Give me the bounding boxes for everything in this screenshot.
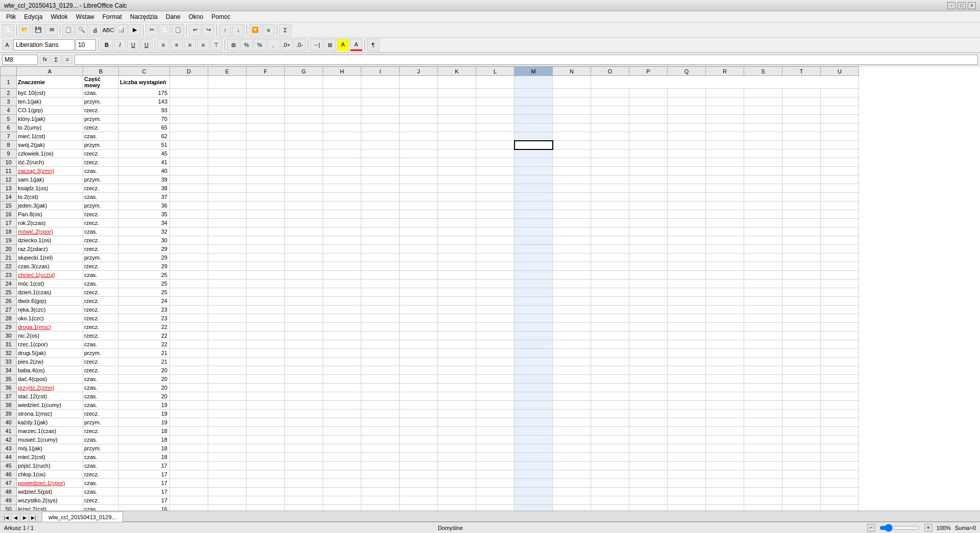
cell-e18[interactable] xyxy=(208,227,247,236)
cell-u45[interactable] xyxy=(821,462,859,470)
cell-c30[interactable]: 22 xyxy=(119,332,170,340)
cell-o20[interactable] xyxy=(591,245,629,253)
cell-t6[interactable] xyxy=(782,123,821,132)
cell-a10[interactable]: iść.2(ruch) xyxy=(17,158,83,167)
col-header-j[interactable]: J xyxy=(400,67,438,76)
cell-i20[interactable] xyxy=(361,245,400,253)
align-left-btn[interactable]: ≡ xyxy=(157,39,169,51)
cell-e20[interactable] xyxy=(208,245,247,253)
cell-t21[interactable] xyxy=(782,253,821,262)
cell-n19[interactable] xyxy=(553,236,591,245)
cell-o8[interactable] xyxy=(591,141,629,149)
cell-p13[interactable] xyxy=(629,184,668,193)
cell-k46[interactable] xyxy=(438,470,476,479)
cell-t2[interactable] xyxy=(782,89,821,97)
cell-j1[interactable] xyxy=(400,76,438,89)
cell-j34[interactable] xyxy=(400,366,438,375)
cell-j37[interactable] xyxy=(400,392,438,401)
cell-d15[interactable] xyxy=(170,201,208,210)
align-top-btn[interactable]: ⊤ xyxy=(210,39,223,51)
cell-n30[interactable] xyxy=(553,332,591,340)
cell-h34[interactable] xyxy=(323,366,361,375)
cell-e14[interactable] xyxy=(208,193,247,201)
cell-g1[interactable] xyxy=(285,76,323,89)
cell-f4[interactable] xyxy=(247,106,285,115)
cell-n14[interactable] xyxy=(553,193,591,201)
cell-d1[interactable] xyxy=(170,76,208,89)
cell-r10[interactable] xyxy=(706,158,744,167)
cell-k18[interactable] xyxy=(438,227,476,236)
cell-k39[interactable] xyxy=(438,410,476,418)
cell-h38[interactable] xyxy=(323,401,361,410)
cell-c21[interactable]: 29 xyxy=(119,253,170,262)
cell-a19[interactable]: dziecko.1(os) xyxy=(17,236,83,245)
cell-p14[interactable] xyxy=(629,193,668,201)
cell-q21[interactable] xyxy=(668,253,706,262)
cell-d9[interactable] xyxy=(170,149,208,158)
cell-k10[interactable] xyxy=(438,158,476,167)
cell-f47[interactable] xyxy=(247,479,285,488)
cell-b5[interactable]: przym. xyxy=(83,115,119,123)
cell-c34[interactable]: 20 xyxy=(119,366,170,375)
print-prev-btn[interactable]: 🔍 xyxy=(76,24,88,36)
cell-g35[interactable] xyxy=(285,375,323,384)
cell-a28[interactable]: oko.1(czc) xyxy=(17,314,83,323)
cell-a16[interactable]: Pan.8(os) xyxy=(17,210,83,219)
cell-o34[interactable] xyxy=(591,366,629,375)
cell-c2[interactable]: 175 xyxy=(119,89,170,97)
col-header-l[interactable]: L xyxy=(476,67,514,76)
cell-t23[interactable] xyxy=(782,271,821,280)
cell-o18[interactable] xyxy=(591,227,629,236)
cell-c33[interactable]: 21 xyxy=(119,358,170,366)
cell-l38[interactable] xyxy=(476,401,514,410)
cell-r32[interactable] xyxy=(706,349,744,358)
cell-n38[interactable] xyxy=(553,401,591,410)
col-header-i[interactable]: I xyxy=(361,67,400,76)
cell-s48[interactable] xyxy=(744,488,782,496)
cell-f11[interactable] xyxy=(247,167,285,175)
copy-btn[interactable]: 📄 xyxy=(159,24,171,36)
cell-c15[interactable]: 36 xyxy=(119,201,170,210)
cell-f5[interactable] xyxy=(247,115,285,123)
cell-e12[interactable] xyxy=(208,175,247,184)
cell-g12[interactable] xyxy=(285,175,323,184)
cell-f34[interactable] xyxy=(247,366,285,375)
cell-l45[interactable] xyxy=(476,462,514,470)
cell-u17[interactable] xyxy=(821,219,859,227)
cell-b33[interactable]: rzecz. xyxy=(83,358,119,366)
cell-i46[interactable] xyxy=(361,470,400,479)
cell-b1[interactable]: Część mowy xyxy=(83,76,119,89)
cell-h21[interactable] xyxy=(323,253,361,262)
cell-r30[interactable] xyxy=(706,332,744,340)
cell-b16[interactable]: rzecz. xyxy=(83,210,119,219)
cell-i6[interactable] xyxy=(361,123,400,132)
cell-i31[interactable] xyxy=(361,340,400,349)
cell-o30[interactable] xyxy=(591,332,629,340)
cell-o16[interactable] xyxy=(591,210,629,219)
cell-f17[interactable] xyxy=(247,219,285,227)
cell-p36[interactable] xyxy=(629,384,668,392)
cell-o46[interactable] xyxy=(591,470,629,479)
cell-j16[interactable] xyxy=(400,210,438,219)
cell-n33[interactable] xyxy=(553,358,591,366)
cell-d19[interactable] xyxy=(170,236,208,245)
cell-r17[interactable] xyxy=(706,219,744,227)
cell-i25[interactable] xyxy=(361,288,400,297)
spellcheck-btn[interactable]: ABC xyxy=(102,24,114,36)
cell-l39[interactable] xyxy=(476,410,514,418)
cell-j6[interactable] xyxy=(400,123,438,132)
cell-f23[interactable] xyxy=(247,271,285,280)
cell-l41[interactable] xyxy=(476,427,514,436)
autofilter-btn[interactable]: ≡ xyxy=(262,24,275,36)
cell-m26[interactable] xyxy=(514,297,553,306)
cell-n15[interactable] xyxy=(553,201,591,210)
cell-r8[interactable] xyxy=(706,141,744,149)
cell-e29[interactable] xyxy=(208,323,247,332)
cell-a37[interactable]: stać.12(cst) xyxy=(17,392,83,401)
cell-m16[interactable] xyxy=(514,210,553,219)
cell-s40[interactable] xyxy=(744,418,782,427)
cell-h16[interactable] xyxy=(323,210,361,219)
cell-k30[interactable] xyxy=(438,332,476,340)
cell-q17[interactable] xyxy=(668,219,706,227)
cell-b29[interactable]: rzecz. xyxy=(83,323,119,332)
